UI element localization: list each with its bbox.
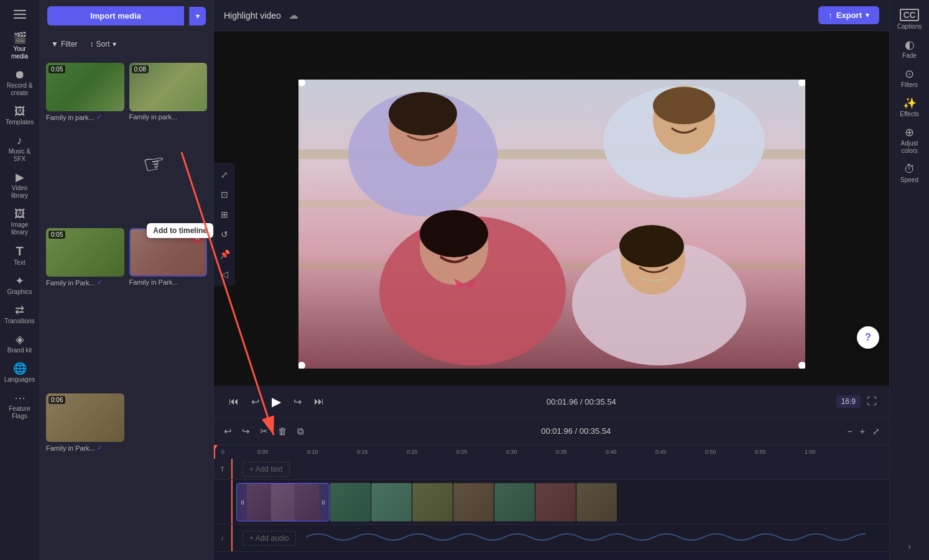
rotate-tool-button[interactable]: ↺ [216,226,233,242]
audio-track-content[interactable]: + Add audio [231,525,889,551]
media-item[interactable]: 0:05 Family in Park... ✓ [46,228,124,388]
preview-corner-tl [298,80,305,86]
sidebar-item-your-media[interactable]: 🎬 Your media [2,29,37,64]
resize-tool-button[interactable]: ⊞ [216,206,233,223]
skip-to-end-button[interactable]: ⏭ [312,393,326,410]
media-item[interactable]: 0:08 Family in park... [129,63,208,223]
media-grid: 0:05 Family in park... ✓ 0:08 Family in … [40,57,213,560]
play-button[interactable]: ▶ [269,392,284,411]
audio-waveform [306,528,866,546]
forward-5s-button[interactable]: ↪ [291,393,304,410]
right-sidebar: CC Captions ◐ Fade ⊙ Filters ✨ Effects ⊕… [889,0,929,560]
media-duration: 0:08 [132,65,149,73]
preview-area: ⤢ ⊡ ⊞ ↺ 📌 ◁ [214,31,889,417]
sidebar-item-label: Graphics [7,288,32,296]
crop-tool-button[interactable]: ⤢ [216,167,233,183]
filters-icon: ⊙ [905,68,914,80]
sidebar-item-record-create[interactable]: ⏺ Record &create [2,65,37,101]
media-item[interactable]: 0:05 Family in park... ✓ [46,63,124,223]
text-icon: T [16,245,23,257]
clip-segment-2[interactable] [330,483,371,521]
media-thumb: 0:05 [46,63,124,111]
clip-segment-5[interactable] [453,483,494,521]
delete-button[interactable]: 🗑 [275,423,290,439]
playhead-triangle [214,445,218,450]
import-media-dropdown[interactable]: ▾ [189,7,206,25]
preview-corner-br [798,362,805,369]
sidebar-item-graphics[interactable]: ✦ Graphics [2,272,37,300]
media-item[interactable]: 0:06 Family in Park... ✓ [46,393,124,554]
preview-corner-tr [798,80,805,86]
sidebar-item-brand-kit[interactable]: ◈ Brand kit [2,330,37,358]
right-sidebar-collapse-button[interactable]: › [904,538,915,555]
add-audio-button[interactable]: + Add audio [243,531,296,546]
ruler-mark: 0:55 [755,449,766,455]
clip-segment-7[interactable] [535,483,576,521]
video-track-label [214,480,231,524]
transform-tool-button[interactable]: ⊡ [216,186,233,203]
clip-frame [247,484,270,521]
right-sidebar-item-fade[interactable]: ◐ Fade [892,35,927,63]
video-library-icon: ▶ [16,172,24,183]
media-panel-header: Import media ▾ [40,0,213,32]
media-item-active[interactable]: ✕ Add to timeline Family in Park... [129,228,208,388]
undo-button[interactable]: ↩ [221,423,234,439]
clip-segment-3[interactable] [371,483,412,521]
sidebar-item-video-library[interactable]: ▶ Video library [2,168,37,203]
back-5s-button[interactable]: ↩ [249,393,262,410]
hamburger-menu[interactable] [7,5,32,24]
filter-button[interactable]: ▼ Filter [47,37,81,51]
sidebar-item-text[interactable]: T Text [2,241,37,270]
right-sidebar-item-captions[interactable]: CC Captions [892,5,927,34]
right-sidebar-item-effects[interactable]: ✨ Effects [892,94,927,122]
sidebar-item-label: Video library [5,185,35,200]
clip-segment-8[interactable] [576,483,617,521]
sidebar-item-templates[interactable]: 🖼 Templates [2,102,37,130]
sidebar-item-label: Brand kit [7,347,32,354]
export-button[interactable]: ↑ Export ▾ [818,6,879,24]
effects-icon: ✨ [903,98,917,109]
skip-to-start-button[interactable]: ⏮ [226,393,241,410]
filter-icon: ▼ [51,40,58,48]
right-sidebar-item-speed[interactable]: ⏱ Speed [892,160,927,188]
ruler-mark: 1:00 [805,449,816,455]
sort-arrow-icon: ▾ [113,40,116,48]
help-button[interactable]: ? [857,326,879,349]
project-title: Highlight video [224,11,281,21]
text-track-content[interactable]: + Add text [231,459,889,479]
fullscreen-button[interactable]: ⛶ [867,396,877,407]
cut-button[interactable]: ✂ [257,423,270,439]
sidebar-item-music-sfx[interactable]: ♪ Music & SFX [2,131,37,167]
sidebar-item-image-library[interactable]: 🖼 Image library [2,204,37,240]
volume-tool-button[interactable]: ◁ [216,266,233,282]
fit-timeline-button[interactable]: ⤢ [871,425,882,438]
right-sidebar-item-filters[interactable]: ⊙ Filters [892,65,927,93]
redo-button[interactable]: ↪ [239,423,252,439]
media-thumb: 0:08 [129,63,208,111]
duplicate-button[interactable]: ⧉ [295,423,307,439]
clip-segment-4[interactable] [412,483,453,521]
sidebar-item-transitions[interactable]: ⇄ Transitions [2,301,37,329]
import-media-button[interactable]: Import media [47,6,184,25]
record-create-icon: ⏺ [14,69,25,80]
media-label: Family in Park... ✓ [46,278,124,287]
clip-frame [295,484,319,521]
sidebar-item-languages[interactable]: 🌐 Languages [2,359,37,387]
main-content: Highlight video ☁ ↑ Export ▾ ⤢ ⊡ ⊞ ↺ 📌 ◁ [214,0,889,560]
timeline-zoom-controls: − + ⤢ [846,425,882,438]
clip-segment-1[interactable]: ⏸ ⏸ [236,483,330,521]
sort-button[interactable]: ↕ Sort ▾ [86,37,120,51]
clip-segment-6[interactable] [494,483,535,521]
audio-track: ♪ + Add audio [214,525,889,552]
ruler-mark: 0:50 [705,449,716,455]
sidebar-item-feature-flags[interactable]: ⋯ Feature Flags [2,388,37,424]
preview-side-tools: ⤢ ⊡ ⊞ ↺ 📌 ◁ [214,163,235,286]
ruler-mark: 0:40 [606,449,617,455]
zoom-out-button[interactable]: − [846,425,854,438]
transitions-icon: ⇄ [15,305,24,316]
zoom-in-button[interactable]: + [858,425,867,438]
sidebar-item-label: Transitions [4,318,35,325]
right-sidebar-item-adjust-colors[interactable]: ⊕ Adjust colors [892,123,927,158]
add-text-button[interactable]: + Add text [243,462,290,477]
pin-tool-button[interactable]: 📌 [216,246,233,262]
